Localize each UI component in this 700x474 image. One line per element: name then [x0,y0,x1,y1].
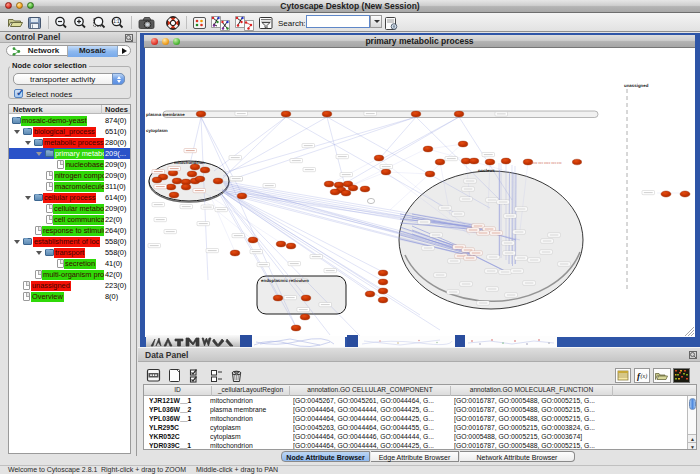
svg-text:mitochondrion: mitochondrion [174,160,205,165]
svg-text:xxxx xxx xxxx xxx xxx: xxxx xxx xxxx xxx xxx [531,161,562,165]
svg-text:cytoplasm: cytoplasm [146,128,168,133]
svg-text:1:1: 1:1 [113,19,120,24]
svg-text:unassigned: unassigned [624,83,648,88]
svg-text:endoplasmic reticulum: endoplasmic reticulum [261,278,309,283]
svg-text:nucleus: nucleus [478,168,495,173]
svg-text:plasma membrane: plasma membrane [146,112,185,117]
svg-text:(x): (x) [641,373,648,380]
